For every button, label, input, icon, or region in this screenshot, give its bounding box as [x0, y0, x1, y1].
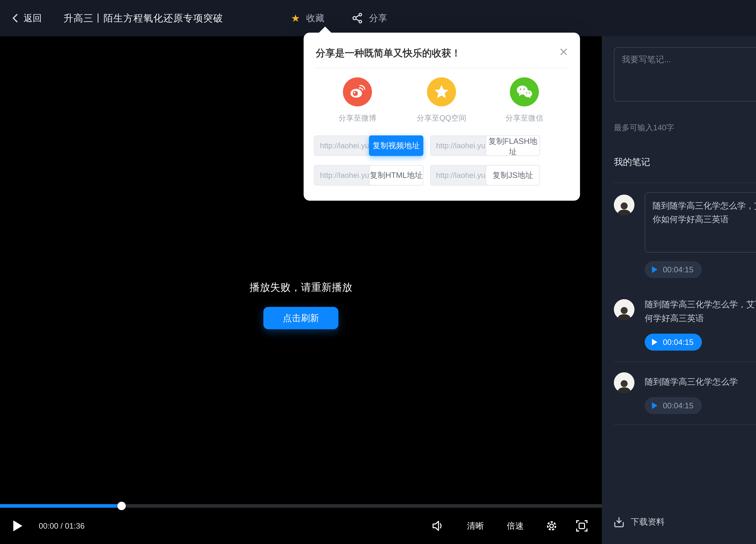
note-timestamp-pill[interactable]: 00:04:15: [645, 261, 702, 278]
note-max-hint: 最多可输入140字: [614, 117, 674, 138]
back-label: 返回: [24, 12, 42, 24]
note-text: 随到随学高三化学怎么学，艾丁老师告诉你如何学好高三英语: [645, 297, 756, 325]
weibo-icon: [343, 77, 372, 106]
favorite-label: 收藏: [306, 12, 324, 24]
download-label: 下载资料: [631, 516, 665, 528]
fullscreen-icon[interactable]: [576, 520, 588, 532]
settings-gear-icon[interactable]: [546, 520, 558, 532]
header: 返回 升高三丨陌生方程氧化还原专项突破 ★ 收藏 分享: [0, 0, 756, 36]
close-button[interactable]: [557, 45, 570, 61]
course-player-app: 返回 升高三丨陌生方程氧化还原专项突破 ★ 收藏 分享: [0, 0, 756, 544]
note-actions-row: 00:04:15: [645, 397, 756, 414]
back-button[interactable]: 返回: [12, 12, 42, 24]
refresh-button[interactable]: 点击刷新: [263, 307, 338, 329]
copy-js-url-button[interactable]: 复制JS地址: [486, 165, 540, 186]
timestamp: 00:04:15: [663, 337, 693, 347]
play-icon: [652, 266, 657, 273]
download-materials-button[interactable]: 下载资料: [614, 516, 665, 528]
avatar-silhouette: [617, 306, 632, 320]
note-timestamp-pill[interactable]: 00:04:15: [645, 334, 702, 350]
progress-fill: [0, 504, 122, 508]
flash-url-input[interactable]: [431, 136, 489, 155]
divider: [316, 68, 568, 68]
quality-button[interactable]: 清晰: [467, 508, 484, 544]
share-to-qzone[interactable]: 分享至QQ空间: [405, 77, 478, 123]
qzone-icon: [427, 77, 456, 106]
chevron-left-icon: [12, 13, 18, 23]
error-text: 播放失败，请重新播放: [0, 280, 602, 294]
divider: [614, 424, 756, 425]
js-url-field: 复制JS地址: [430, 165, 540, 186]
avatar: [614, 195, 634, 215]
share-label: 分享: [369, 12, 387, 24]
copy-flash-url-button[interactable]: 复制FLASH地址: [486, 135, 540, 156]
js-url-input[interactable]: [431, 166, 489, 185]
notes-panel: 最多可输入140字 我要提交 我的笔记 随到随学高三化学怎么学，艾丁老师告诉你如…: [602, 36, 756, 544]
note-text: 随到随学高三化学怎么学: [645, 375, 756, 389]
copy-video-url-button[interactable]: 复制视频地址: [369, 135, 423, 156]
my-notes-title: 我的笔记: [614, 156, 650, 168]
note-input[interactable]: [614, 47, 756, 102]
share-modal-title: 分享是一种既简单又快乐的收获！: [316, 47, 461, 60]
divider: [614, 361, 756, 362]
share-target-label: 分享至微信: [505, 113, 543, 123]
speed-button[interactable]: 倍速: [507, 508, 524, 544]
avatar: [614, 299, 634, 320]
note-timestamp-pill[interactable]: 00:04:15: [645, 397, 702, 414]
player-controls: 00:00 / 01:36 清晰 倍速: [0, 508, 602, 544]
video-url-input[interactable]: [314, 136, 373, 155]
play-icon: [652, 339, 657, 345]
share-to-weibo[interactable]: 分享至微博: [321, 77, 394, 123]
note-actions-row: 00:04:15 编辑 删除: [645, 334, 756, 350]
html-url-field: 复制HTML地址: [314, 165, 423, 186]
wechat-icon: [510, 77, 539, 106]
avatar: [614, 372, 634, 393]
share-button[interactable]: 分享: [352, 12, 387, 24]
progress-bar[interactable]: [0, 504, 602, 508]
download-icon: [614, 516, 624, 527]
divider: [614, 183, 756, 183]
page-title: 升高三丨陌生方程氧化还原专项突破: [64, 12, 223, 25]
html-url-input[interactable]: [314, 166, 373, 185]
share-target-label: 分享至QQ空间: [417, 113, 466, 123]
timestamp: 00:04:15: [663, 265, 693, 274]
play-button[interactable]: [13, 520, 22, 531]
share-to-wechat[interactable]: 分享至微信: [488, 77, 561, 123]
play-icon: [652, 402, 657, 409]
share-target-label: 分享至微博: [339, 113, 376, 123]
note-actions-row: 00:04:15 取消 保存: [645, 261, 756, 278]
note-edit-textarea[interactable]: 随到随学高三化学怎么学，艾丁老师告诉你如何学好高三英语: [645, 192, 756, 253]
share-nodes-icon: [352, 13, 363, 24]
share-modal: 分享是一种既简单又快乐的收获！ 分享至微博: [304, 33, 580, 201]
avatar-silhouette: [617, 201, 632, 215]
favorite-button[interactable]: ★ 收藏: [291, 12, 324, 24]
timestamp: 00:04:15: [663, 401, 693, 410]
flash-url-field: 复制FLASH地址: [430, 135, 540, 156]
copy-html-url-button[interactable]: 复制HTML地址: [369, 165, 423, 186]
volume-icon[interactable]: [432, 520, 444, 531]
video-url-field: 复制视频地址: [314, 135, 423, 156]
close-icon: [559, 48, 568, 56]
playback-error: 播放失败，请重新播放 点击刷新: [0, 280, 602, 329]
time-display: 00:00 / 01:36: [39, 508, 85, 544]
star-icon: ★: [291, 13, 300, 23]
avatar-silhouette: [617, 379, 632, 393]
